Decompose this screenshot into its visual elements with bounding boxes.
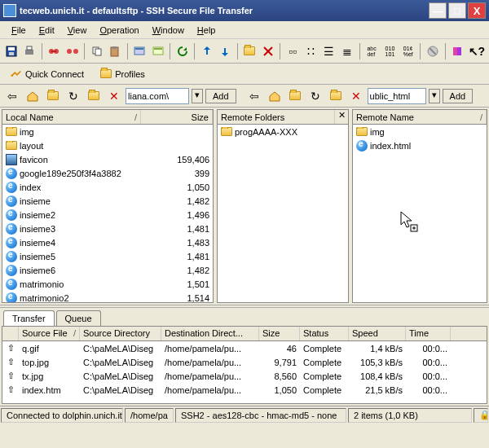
view-small-icon[interactable]: ∷ — [303, 42, 319, 60]
remote-path-dropdown-icon[interactable]: ▾ — [429, 89, 440, 103]
stop-icon[interactable] — [425, 42, 440, 60]
window-title: tecweb.unich.it - defaultsftp - SSH Secu… — [20, 6, 429, 15]
connect-icon[interactable] — [46, 42, 62, 60]
transfer-dest-dir: /home/pamela/pu... — [161, 385, 259, 395]
remote-newfolder-icon[interactable] — [327, 87, 345, 105]
close-button[interactable]: X — [468, 2, 486, 19]
list-item[interactable]: layout — [2, 138, 213, 152]
local-file-list[interactable]: img layout favicon 159,406 google189e250… — [2, 125, 213, 302]
transfer-row[interactable]: ⇧ q.gif C:\paMeLA\Diseg /home/pamela/pu.… — [2, 341, 487, 355]
menu-view[interactable]: View — [61, 23, 94, 37]
local-up-icon[interactable] — [44, 87, 62, 105]
list-item[interactable]: insieme5 1,481 — [2, 249, 213, 263]
file-size: 1,514 — [141, 293, 213, 303]
remote-folders-list[interactable]: progAAAA-XXX — [218, 125, 348, 302]
remote-refresh-icon[interactable]: ↻ — [306, 87, 324, 105]
list-item[interactable]: matrimonio 1,501 — [2, 277, 213, 291]
local-add-button[interactable]: Add — [205, 89, 236, 103]
quick-connect-button[interactable]: Quick Connect — [5, 66, 90, 82]
transfer-col[interactable]: Source File/ — [19, 327, 80, 340]
binary-mode-icon[interactable]: 010101 — [382, 42, 398, 60]
list-item[interactable]: insieme4 1,483 — [2, 235, 213, 249]
remote-delete-icon[interactable]: ✕ — [347, 87, 365, 105]
local-refresh-icon[interactable]: ↻ — [64, 87, 82, 105]
maximize-button[interactable]: □ — [448, 2, 466, 19]
transfer-col[interactable]: Speed — [349, 327, 406, 340]
menu-help[interactable]: Help — [191, 23, 222, 37]
remote-add-button[interactable]: Add — [443, 89, 474, 103]
view-details-icon[interactable]: ≣ — [339, 42, 355, 60]
transfer-row[interactable]: ⇧ index.htm C:\paMeLA\Diseg /home/pamela… — [2, 383, 487, 397]
tab-transfer[interactable]: Transfer — [3, 310, 55, 326]
title-bar: tecweb.unich.it - defaultsftp - SSH Secu… — [0, 0, 489, 21]
upload-icon[interactable] — [199, 42, 214, 60]
remote-path-input[interactable] — [368, 88, 426, 104]
minimize-button[interactable]: — — [429, 2, 447, 19]
remote-up-icon[interactable] — [286, 87, 304, 105]
list-item[interactable]: index.html — [353, 138, 487, 152]
remote-folders-header[interactable]: Remote Folders — [218, 110, 335, 124]
transfer-row[interactable]: ⇧ tx.jpg C:\paMeLA\Diseg /home/pamela/pu… — [2, 369, 487, 383]
transfer-col[interactable]: Source Directory — [80, 327, 161, 340]
file-name: matrimonio — [20, 279, 64, 289]
help-book-icon[interactable] — [449, 42, 465, 60]
remote-home-icon[interactable] — [266, 87, 284, 105]
menu-operation[interactable]: Operation — [93, 23, 145, 37]
main-panes: Local Name/ Size img layout favicon 159,… — [0, 108, 489, 305]
text-mode-icon[interactable]: abcdef — [363, 42, 379, 60]
save-icon[interactable] — [3, 42, 19, 60]
status-items: 2 items (1,0 KB) — [348, 408, 472, 423]
copy-icon[interactable] — [89, 42, 104, 60]
list-item[interactable]: progAAAA-XXX — [218, 125, 348, 138]
local-newfolder-icon[interactable] — [85, 87, 103, 105]
list-item[interactable]: insieme6 1,482 — [2, 263, 213, 277]
transfer-row[interactable]: ⇧ top.jpg C:\paMeLA\Diseg /home/pamela/p… — [2, 355, 487, 369]
list-item[interactable]: img — [2, 125, 213, 138]
folder-name: progAAAA-XXX — [235, 127, 297, 137]
list-item[interactable]: index 1,050 — [2, 180, 213, 194]
new-folder-icon[interactable] — [242, 42, 258, 60]
local-col-size[interactable]: Size — [141, 110, 213, 124]
local-home-icon[interactable] — [24, 87, 42, 105]
menu-file[interactable]: File — [5, 23, 33, 37]
disconnect-icon[interactable] — [64, 42, 80, 60]
whats-this-icon[interactable]: ↖? — [468, 42, 486, 60]
remote-back-icon[interactable]: ⇦ — [245, 87, 263, 105]
profiles-button[interactable]: Profiles — [95, 67, 151, 81]
local-back-icon[interactable]: ⇦ — [3, 87, 21, 105]
refresh-icon[interactable] — [174, 42, 190, 60]
transfer-col[interactable]: Status — [300, 327, 349, 340]
remote-file-list[interactable]: img index.html — [353, 125, 487, 302]
new-file-window-icon[interactable] — [150, 42, 165, 60]
auto-mode-icon[interactable]: 01¢%ef — [400, 42, 416, 60]
transfer-source-file: tx.jpg — [19, 371, 80, 381]
download-icon[interactable] — [218, 42, 233, 60]
local-col-name[interactable]: Local Name/ — [2, 110, 141, 124]
list-item[interactable]: img — [353, 125, 487, 138]
menu-window[interactable]: Window — [146, 23, 191, 37]
list-item[interactable]: matrimonio2 1,514 — [2, 291, 213, 302]
delete-icon[interactable] — [260, 42, 275, 60]
remote-col-name[interactable]: Remote Name/ — [353, 110, 487, 124]
transfer-speed: 105,3 kB/s — [349, 358, 406, 367]
new-terminal-icon[interactable] — [132, 42, 148, 60]
close-folders-icon[interactable]: ✕ — [335, 110, 348, 124]
local-delete-icon[interactable]: ✕ — [105, 87, 123, 105]
view-list-icon[interactable]: ☰ — [321, 42, 337, 60]
transfer-col[interactable]: Size — [259, 327, 300, 340]
transfer-col[interactable]: Destination Direct... — [161, 327, 259, 340]
local-path-input[interactable] — [126, 88, 189, 104]
list-item[interactable]: insieme2 1,496 — [2, 208, 213, 222]
print-icon[interactable] — [21, 42, 37, 60]
list-item[interactable]: favicon 159,406 — [2, 152, 213, 166]
menu-edit[interactable]: Edit — [33, 23, 61, 37]
transfer-col[interactable] — [2, 327, 19, 340]
list-item[interactable]: google189e250f3f4a3882 399 — [2, 166, 213, 180]
tab-queue[interactable]: Queue — [56, 310, 101, 326]
transfer-col[interactable]: Time — [406, 327, 451, 340]
paste-icon[interactable] — [107, 42, 122, 60]
list-item[interactable]: insieme 1,482 — [2, 194, 213, 208]
local-path-dropdown-icon[interactable]: ▾ — [192, 89, 203, 103]
list-item[interactable]: insieme3 1,481 — [2, 222, 213, 235]
view-large-icon[interactable]: ▫▫ — [284, 42, 300, 60]
